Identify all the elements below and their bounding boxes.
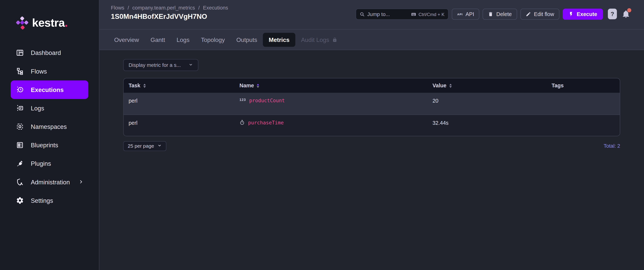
column-header-tags: Tags (547, 78, 620, 93)
flows-icon (16, 67, 24, 75)
lightning-icon (568, 11, 574, 17)
sidebar-item-label: Dashboard (31, 49, 61, 56)
chevron-down-icon (157, 143, 162, 149)
metrics-table: Task Name Value Tags (123, 78, 620, 136)
column-header-task[interactable]: Task (124, 78, 234, 93)
shortcut-hint: Ctrl/Cmd + K (411, 11, 444, 17)
administration-shield-icon (16, 178, 24, 186)
sort-arrows-icon (257, 84, 259, 88)
sidebar: kestra. Dashboard Flows Executions (0, 0, 99, 270)
namespaces-icon (16, 123, 24, 131)
sidebar-item-blueprints[interactable]: Blueprints (10, 136, 88, 154)
notifications-bell[interactable] (621, 8, 631, 19)
sidebar-item-label: Executions (31, 86, 64, 93)
pagination-bar: 25 per page Total: 2 (123, 141, 620, 151)
edit-flow-button[interactable]: Edit flow (520, 8, 560, 20)
executions-icon (16, 86, 24, 94)
table-row: perl purchaseTime 32.44s (124, 114, 620, 136)
numeric-icon: 123 (240, 98, 246, 102)
sidebar-item-dashboard[interactable]: Dashboard (10, 43, 88, 62)
breadcrumb-separator: / (128, 5, 129, 10)
chevron-right-icon (78, 179, 83, 186)
gear-icon (16, 197, 24, 205)
sidebar-item-executions[interactable]: Executions (10, 80, 88, 99)
topbar: Flows / company.team.perl_metrics / Exec… (99, 0, 644, 29)
task-cell: perl (124, 93, 234, 114)
tab-outputs[interactable]: Outputs (230, 32, 263, 46)
kestra-logo-text: kestra. (32, 16, 68, 30)
sidebar-item-administration[interactable]: Administration (10, 173, 88, 191)
jump-to-input[interactable] (367, 11, 408, 17)
api-button[interactable]: API API (452, 8, 480, 20)
tab-overview[interactable]: Overview (108, 32, 145, 46)
column-header-value[interactable]: Value (428, 78, 546, 93)
table-header-row: Task Name Value Tags (124, 78, 620, 93)
metrics-content: Display metric for a s... Task Name (99, 50, 644, 270)
sidebar-item-label: Namespaces (31, 123, 67, 130)
pencil-icon (526, 11, 531, 17)
logs-icon (16, 104, 24, 112)
tab-logs[interactable]: Logs (171, 32, 195, 46)
sidebar-item-namespaces[interactable]: Namespaces (10, 117, 88, 136)
plugins-icon (16, 159, 24, 168)
blueprints-icon (16, 141, 24, 149)
execute-button[interactable]: Execute (563, 8, 603, 20)
sort-arrows-icon (449, 84, 452, 88)
metric-name-link[interactable]: purchaseTime (240, 120, 284, 125)
delete-button[interactable]: Delete (483, 8, 517, 20)
metric-name-link[interactable]: 123 productCount (240, 98, 285, 104)
trash-icon (488, 11, 494, 17)
breadcrumb-flows[interactable]: Flows (111, 5, 124, 10)
value-cell: 20 (428, 93, 546, 114)
sidebar-item-label: Flows (31, 68, 47, 75)
value-cell: 32.44s (428, 115, 546, 136)
tab-bar: Overview Gantt Logs Topology Outputs Met… (99, 29, 644, 50)
chevron-down-icon (188, 62, 193, 68)
table-row: perl 123 productCount 20 (124, 93, 620, 114)
sidebar-item-plugins[interactable]: Plugins (10, 154, 88, 173)
tags-cell (547, 93, 620, 114)
metric-task-filter-select[interactable]: Display metric for a s... (123, 59, 198, 71)
sidebar-item-settings[interactable]: Settings (10, 191, 88, 210)
help-button[interactable]: ? (608, 8, 617, 19)
sidebar-item-label: Settings (31, 197, 53, 204)
jump-to-searchbox[interactable]: Ctrl/Cmd + K (356, 8, 448, 20)
sidebar-item-flows[interactable]: Flows (10, 62, 88, 80)
sort-arrows-icon (143, 84, 146, 88)
tab-audit-logs[interactable]: Audit Logs (295, 32, 343, 46)
sidebar-item-logs[interactable]: Logs (10, 99, 88, 117)
lock-icon (332, 37, 337, 42)
tab-topology[interactable]: Topology (195, 32, 231, 46)
dashboard-icon (16, 49, 24, 57)
app-root: kestra. Dashboard Flows Executions (0, 0, 644, 270)
total-count: Total: 2 (604, 143, 620, 149)
breadcrumb: Flows / company.team.perl_metrics / Exec… (111, 5, 228, 10)
kestra-logo[interactable]: kestra. (0, 0, 99, 30)
sidebar-nav: Dashboard Flows Executions Logs (0, 43, 99, 210)
breadcrumb-separator: / (198, 5, 200, 10)
timer-icon (240, 120, 245, 125)
breadcrumb-executions[interactable]: Executions (203, 5, 228, 10)
api-chip-icon: API (457, 13, 463, 15)
kestra-logo-icon (16, 17, 28, 29)
sidebar-item-label: Logs (31, 105, 44, 112)
sidebar-item-label: Blueprints (31, 142, 58, 148)
page-title: 1S0Mn4HBofXErJdVVgH7NO (111, 13, 228, 21)
tab-metrics[interactable]: Metrics (263, 32, 295, 46)
sidebar-item-label: Plugins (31, 160, 51, 167)
column-header-name[interactable]: Name (234, 78, 428, 93)
sidebar-item-label: Administration (31, 179, 70, 186)
search-icon (360, 12, 365, 16)
main-area: Flows / company.team.perl_metrics / Exec… (99, 0, 644, 270)
tags-cell (547, 115, 620, 136)
task-cell: perl (124, 115, 234, 136)
tab-gantt[interactable]: Gantt (145, 32, 171, 46)
keyboard-icon (411, 11, 416, 17)
breadcrumb-namespace[interactable]: company.team.perl_metrics (132, 5, 195, 10)
per-page-select[interactable]: 25 per page (123, 141, 166, 151)
notification-dot (627, 8, 631, 12)
